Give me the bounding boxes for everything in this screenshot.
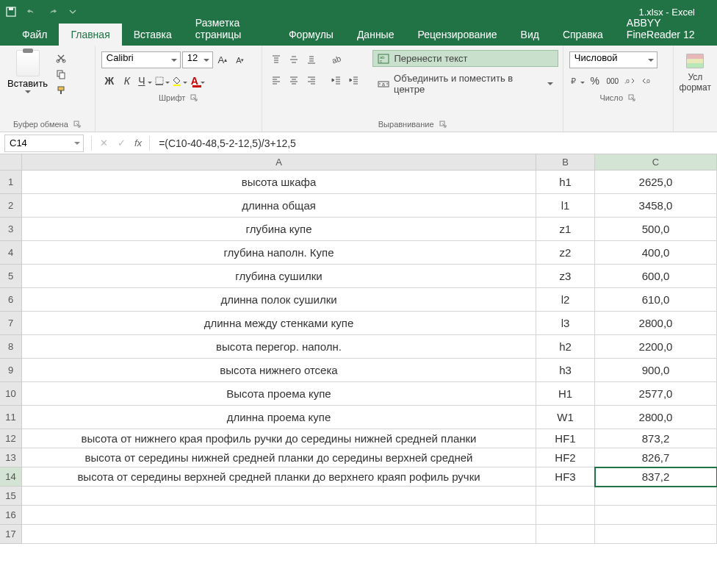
cell[interactable]: глубина наполн. Купе xyxy=(22,241,536,265)
column-header-B[interactable]: B xyxy=(536,154,595,171)
decrease-font-icon[interactable]: A▾ xyxy=(232,52,248,68)
row-header[interactable]: 5 xyxy=(0,265,22,288)
alignment-launcher-icon[interactable] xyxy=(439,120,447,129)
cell[interactable]: 873,2 xyxy=(595,429,717,448)
align-right-icon[interactable] xyxy=(303,72,320,88)
cell[interactable]: длинна между стенками купе xyxy=(22,312,536,335)
bold-button[interactable]: Ж xyxy=(101,73,118,89)
align-center-icon[interactable] xyxy=(286,72,302,88)
tab-данные[interactable]: Данные xyxy=(345,24,406,46)
wrap-text-button[interactable]: abcПеренести текст xyxy=(372,50,558,67)
row-header[interactable]: 1 xyxy=(0,171,22,194)
cell[interactable]: глубина сушилки xyxy=(22,265,536,288)
cell[interactable]: Высота проема купе xyxy=(22,382,536,406)
row-header[interactable]: 13 xyxy=(0,448,22,467)
cell[interactable]: h1 xyxy=(536,171,595,194)
row-header[interactable]: 16 xyxy=(0,506,22,525)
number-format-select[interactable]: Числовой xyxy=(569,51,657,68)
cell[interactable]: высота шкафа xyxy=(22,171,536,194)
accounting-format-icon[interactable]: ₽ xyxy=(569,73,586,89)
tab-вид[interactable]: Вид xyxy=(509,24,551,46)
cell[interactable]: z1 xyxy=(536,218,595,241)
cell[interactable]: h3 xyxy=(536,359,595,382)
cell[interactable]: глубина купе xyxy=(22,218,536,241)
align-top-icon[interactable] xyxy=(268,51,284,68)
formula-input[interactable]: =(C10-40-48,5-2-12,5)/3+12,5 xyxy=(153,137,717,149)
percent-format-icon[interactable]: % xyxy=(587,73,603,89)
cell[interactable]: длинна полок сушилки xyxy=(22,288,536,312)
row-header[interactable]: 12 xyxy=(0,429,22,448)
cell[interactable] xyxy=(22,506,536,525)
cell[interactable]: l2 xyxy=(536,288,595,312)
cell[interactable]: 2800,0 xyxy=(595,406,717,429)
cell[interactable]: l1 xyxy=(536,194,595,218)
row-header[interactable]: 4 xyxy=(0,241,22,265)
row-header[interactable]: 6 xyxy=(0,288,22,312)
row-header[interactable]: 8 xyxy=(0,335,22,359)
cell[interactable]: 3458,0 xyxy=(595,194,717,218)
cell[interactable]: 826,7 xyxy=(595,448,717,467)
row-header[interactable]: 7 xyxy=(0,312,22,335)
cell[interactable]: высота от нижнего края профиль ручки до … xyxy=(22,429,536,448)
column-header-A[interactable]: A xyxy=(22,154,536,171)
cell[interactable]: 2800,0 xyxy=(595,312,717,335)
underline-button[interactable]: Ч xyxy=(137,73,153,89)
cell[interactable]: высота от середины верхней средней планк… xyxy=(22,467,536,487)
cell[interactable]: l3 xyxy=(536,312,595,335)
decrease-decimal-icon[interactable]: ,0 xyxy=(640,73,656,89)
cell[interactable]: z2 xyxy=(536,241,595,265)
row-header[interactable]: 10 xyxy=(0,382,22,406)
cell[interactable]: 2577,0 xyxy=(595,382,717,406)
cell[interactable]: длинна проема купе xyxy=(22,406,536,429)
cell[interactable]: 500,0 xyxy=(595,218,717,241)
font-size-select[interactable]: 12 xyxy=(182,51,213,68)
cell[interactable]: 400,0 xyxy=(595,241,717,265)
select-all-corner[interactable] xyxy=(0,154,22,171)
cell[interactable]: 2200,0 xyxy=(595,335,717,359)
row-header[interactable]: 3 xyxy=(0,218,22,241)
row-header[interactable]: 17 xyxy=(0,525,22,544)
clipboard-launcher-icon[interactable] xyxy=(73,120,82,129)
align-bottom-icon[interactable] xyxy=(303,51,320,68)
cell[interactable] xyxy=(536,525,595,544)
cell[interactable] xyxy=(595,487,717,506)
paste-button[interactable]: Вставить xyxy=(4,49,51,118)
row-header[interactable]: 14 xyxy=(0,467,22,487)
orientation-icon[interactable]: ab xyxy=(328,51,345,68)
font-family-select[interactable]: Calibri xyxy=(101,51,181,68)
increase-decimal-icon[interactable]: ,0 xyxy=(622,73,638,89)
cell[interactable]: W1 xyxy=(536,406,595,429)
cell[interactable]: 900,0 xyxy=(595,359,717,382)
cell[interactable]: z3 xyxy=(536,265,595,288)
merge-center-button[interactable]: aОбъединить и поместить в центре xyxy=(372,70,558,98)
enter-formula-icon[interactable]: ✓ xyxy=(112,137,130,148)
cell[interactable]: 837,2 xyxy=(595,467,717,487)
cell[interactable] xyxy=(22,487,536,506)
cell[interactable] xyxy=(22,525,536,544)
tab-главная[interactable]: Главная xyxy=(59,24,121,46)
cancel-formula-icon[interactable]: ✕ xyxy=(95,137,112,148)
cell[interactable]: длинна общая xyxy=(22,194,536,218)
cell[interactable]: высота нижнего отсека xyxy=(22,359,536,382)
fill-color-button[interactable] xyxy=(172,73,188,89)
cell[interactable] xyxy=(536,487,595,506)
cell[interactable]: HF2 xyxy=(536,448,595,467)
conditional-formatting-button[interactable]: Усл формат xyxy=(678,49,713,96)
tab-формулы[interactable]: Формулы xyxy=(277,24,345,46)
cell[interactable]: 610,0 xyxy=(595,288,717,312)
italic-button[interactable]: К xyxy=(119,73,135,89)
cell[interactable] xyxy=(595,506,717,525)
format-painter-icon[interactable] xyxy=(54,84,68,97)
cell[interactable]: H1 xyxy=(536,382,595,406)
increase-indent-icon[interactable] xyxy=(346,72,362,88)
cell[interactable]: высота от середины нижней средней планки… xyxy=(22,448,536,467)
row-header[interactable]: 2 xyxy=(0,194,22,218)
comma-format-icon[interactable]: 000 xyxy=(605,73,621,89)
tab-вставка[interactable]: Вставка xyxy=(122,24,184,46)
tab-справка[interactable]: Справка xyxy=(551,24,615,46)
border-button[interactable] xyxy=(154,73,170,89)
align-left-icon[interactable] xyxy=(268,72,284,88)
align-middle-icon[interactable] xyxy=(286,51,302,68)
cell[interactable] xyxy=(595,525,717,544)
font-color-button[interactable]: A xyxy=(190,73,206,89)
